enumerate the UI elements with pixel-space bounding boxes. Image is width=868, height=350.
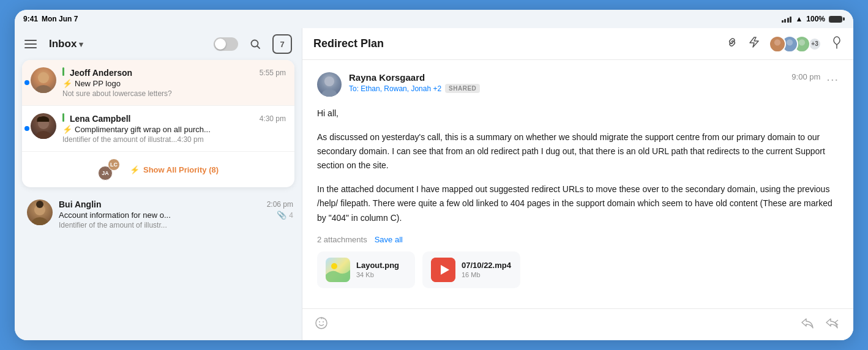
attachments-count: 2 attachments (317, 235, 367, 244)
unread-dot (24, 80, 29, 85)
main-area: Inbox ▾ 7 (15, 28, 853, 340)
message-sender: Rayna Korsgaard (349, 72, 791, 83)
attachment-name: Layout.png (356, 261, 399, 270)
attachment-item[interactable]: Layout.png 34 Kb (317, 251, 415, 288)
svg-point-9 (774, 39, 780, 45)
attachment-info: Layout.png 34 Kb (356, 261, 399, 278)
svg-line-1 (258, 47, 260, 49)
svg-point-11 (787, 39, 793, 45)
attachment-thumbnail (326, 258, 350, 282)
attachment-count: 4 (289, 211, 293, 220)
status-left: 9:41 Mon Jun 7 (23, 15, 78, 23)
sender-name: Jeoff Anderson (62, 67, 132, 78)
status-right: ▲ 100% (782, 15, 842, 23)
email-bottom-bar (302, 308, 853, 340)
message-to: To: Ethan, Rowan, Jonah +2 SHARED (349, 84, 791, 93)
show-all-priority-button[interactable]: JA LC ⚡ Show All Priority (8) (22, 152, 294, 187)
svg-point-8 (36, 201, 43, 208)
battery-percentage: 100% (806, 15, 825, 23)
list-item[interactable]: Bui Anglin 2:06 pm Account information f… (15, 192, 302, 237)
email-preview: Identifier of the amount of illustrat...… (62, 135, 286, 144)
attachment-name: 07/10/22.mp4 (462, 261, 511, 270)
email-preview: Not sure about lowercase letters? (62, 89, 286, 98)
svg-point-16 (324, 76, 334, 86)
svg-point-20 (331, 263, 337, 269)
toolbar: Inbox ▾ 7 (15, 28, 302, 60)
message-header: Rayna Korsgaard To: Ethan, Rowan, Jonah … (317, 72, 839, 97)
attachment-thumbnail (431, 258, 455, 282)
email-header-bar: Redirect Plan (302, 28, 853, 60)
sender-name: Lena Campbell (62, 113, 130, 124)
email-content: Bui Anglin 2:06 pm Account information f… (59, 199, 293, 229)
email-subject: ⚡ Complimentary gift wrap on all purch..… (62, 125, 286, 134)
bolt-icon[interactable] (748, 36, 759, 51)
avatar-cluster: +3 (769, 35, 821, 53)
status-time: 9:41 (23, 15, 38, 23)
priority-indicator (62, 113, 64, 122)
reply-button[interactable] (801, 318, 814, 332)
email-subject: ⚡ New PP logo (62, 79, 286, 88)
wifi-icon: ▲ (795, 15, 803, 23)
svg-point-24 (319, 321, 320, 322)
email-content: Lena Campbell 4:30 pm ⚡ Complimentary gi… (62, 113, 286, 144)
inbox-text: Inbox (49, 38, 77, 50)
search-button[interactable] (245, 34, 265, 54)
attachment-size: 34 Kb (356, 271, 399, 278)
lightning-icon: ⚡ (130, 165, 140, 174)
link-icon[interactable] (726, 36, 738, 51)
email-title: Redirect Plan (313, 37, 726, 50)
hamburger-button[interactable] (24, 35, 42, 53)
svg-point-2 (38, 72, 49, 83)
inbox-label[interactable]: Inbox ▾ (49, 38, 83, 50)
email-subject: Account information for new o... 📎 4 (59, 210, 293, 220)
svg-point-7 (32, 217, 48, 225)
attachments-list: Layout.png 34 Kb (317, 251, 839, 288)
attachments-header: 2 attachments Save all (317, 235, 839, 244)
attachment-size: 16 Mb (462, 271, 511, 278)
avatar (31, 113, 56, 139)
svg-point-5 (36, 131, 51, 139)
svg-point-25 (323, 321, 324, 322)
svg-point-13 (799, 39, 805, 45)
battery-icon (829, 16, 842, 23)
reply-all-button[interactable] (825, 318, 841, 332)
list-item[interactable]: Lena Campbell 4:30 pm ⚡ Complimentary gi… (22, 106, 294, 152)
right-panel: Redirect Plan (302, 28, 853, 340)
attachment-item[interactable]: 07/10/22.mp4 16 Mb (422, 251, 520, 288)
sender-name: Bui Anglin (59, 199, 101, 209)
pin-icon[interactable] (831, 35, 842, 52)
email-time: 4:30 pm (260, 114, 286, 123)
avatar (769, 35, 786, 53)
svg-point-17 (322, 89, 337, 97)
email-time: 5:55 pm (260, 69, 286, 77)
email-content: Jeoff Anderson 5:55 pm ⚡ New PP logo Not… (62, 67, 286, 98)
list-item[interactable]: Jeoff Anderson 5:55 pm ⚡ New PP logo Not… (22, 60, 294, 106)
chevron-down-icon: ▾ (79, 40, 83, 49)
save-all-button[interactable]: Save all (375, 235, 403, 244)
compose-button[interactable]: 7 (272, 34, 292, 54)
attachment-info: 07/10/22.mp4 16 Mb (462, 261, 511, 278)
email-preview: Identifier of the amount of illustr... (59, 221, 293, 229)
status-date: Mon Jun 7 (42, 15, 78, 23)
svg-point-0 (252, 40, 258, 47)
lightning-icon: ⚡ (62, 125, 72, 134)
email-item-header: Bui Anglin 2:06 pm (59, 199, 293, 209)
more-options-button[interactable]: ··· (826, 72, 839, 86)
lightning-icon: ⚡ (62, 79, 72, 88)
left-panel: Inbox ▾ 7 (15, 28, 302, 340)
signal-icon (782, 15, 792, 23)
show-all-priority-label: Show All Priority (8) (143, 165, 219, 174)
message-meta: Rayna Korsgaard To: Ethan, Rowan, Jonah … (349, 72, 791, 93)
emoji-button[interactable] (315, 316, 328, 333)
email-time: 2:06 pm (267, 200, 293, 209)
email-item-header: Lena Campbell 4:30 pm (62, 113, 286, 124)
priority-section: Jeoff Anderson 5:55 pm ⚡ New PP logo Not… (22, 60, 294, 187)
compose-count: 7 (280, 40, 284, 49)
priority-indicator (62, 67, 64, 76)
attachments-section: 2 attachments Save all (317, 235, 839, 288)
toggle-switch[interactable] (214, 37, 238, 51)
email-item-header: Jeoff Anderson 5:55 pm (62, 67, 286, 78)
avatar (27, 199, 53, 225)
attachment-icon: 📎 (277, 210, 286, 220)
message-time: 9:00 pm (791, 72, 820, 81)
